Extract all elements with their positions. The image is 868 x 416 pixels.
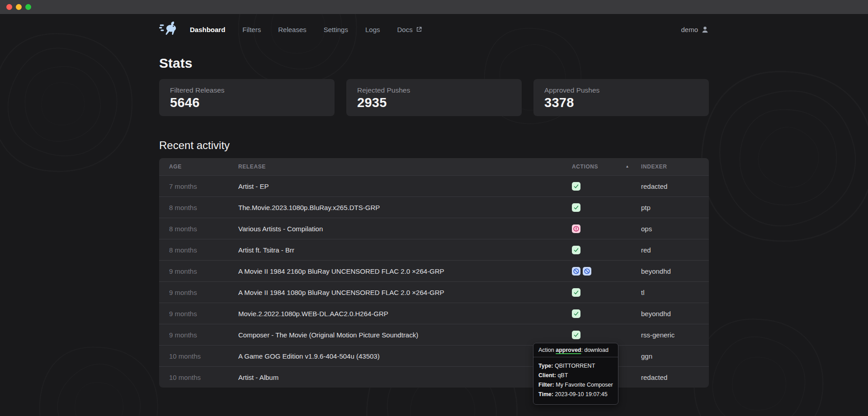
indexer-cell: ggn — [641, 352, 699, 360]
nav-item-docs[interactable]: Docs — [397, 26, 422, 33]
stat-card-approved-pushes: Approved Pushes 3378 — [533, 79, 709, 116]
age-cell: 7 months — [169, 182, 238, 190]
nav-label-dashboard: Dashboard — [190, 26, 225, 33]
release-cell: Various Artists - Compilation — [238, 225, 572, 233]
tooltip-field-label: Time: — [538, 391, 553, 397]
stats-cards: Filtered Releases 5646 Rejected Pushes 2… — [159, 79, 709, 116]
approved-check-icon[interactable] — [572, 182, 580, 191]
age-cell: 9 months — [169, 331, 238, 339]
blocked-icon[interactable] — [583, 267, 591, 276]
release-cell: Composer - The Movie (Original Motion Pi… — [238, 331, 572, 339]
indexer-cell: redacted — [641, 182, 699, 190]
tooltip-action-rest: : download — [581, 347, 609, 353]
release-cell: Artist - Album — [238, 374, 572, 381]
actions-cell — [572, 331, 641, 339]
stat-value: 2935 — [357, 95, 511, 110]
tooltip-field-filter: Filter: My Favorite Composer — [538, 381, 613, 389]
indexer-cell: beyondhd — [641, 267, 699, 275]
external-link-icon — [416, 26, 422, 33]
table-row: 9 months Composer - The Movie (Original … — [159, 324, 709, 345]
indexer-cell: ops — [641, 225, 699, 233]
nav-item-filters[interactable]: Filters — [242, 26, 261, 33]
tooltip-field-value: qBT — [557, 372, 568, 379]
indexer-cell: rss-generic — [641, 331, 699, 339]
fullscreen-window-button[interactable] — [25, 4, 31, 10]
release-cell: Artist - EP — [238, 182, 572, 190]
age-cell: 10 months — [169, 374, 238, 381]
column-header-indexer[interactable]: INDEXER — [641, 164, 699, 170]
tooltip-field-value: My Favorite Composer — [556, 382, 613, 388]
age-cell: 8 months — [169, 225, 238, 233]
table-row: 7 months Artist - EP redacted — [159, 175, 709, 196]
sort-ascending-icon[interactable]: ▲ — [625, 165, 629, 168]
tooltip-field-type: Type: QBITTORRENT — [538, 362, 613, 370]
blocked-icon[interactable] — [572, 267, 580, 276]
tooltip-action-prefix: Action — [538, 347, 554, 353]
actions-cell — [572, 203, 641, 212]
stats-heading: Stats — [159, 55, 709, 71]
approved-check-icon[interactable] — [572, 331, 580, 339]
table-row: 8 months Various Artists - Compilation o… — [159, 218, 709, 239]
age-cell: 9 months — [169, 310, 238, 318]
approved-check-icon[interactable] — [572, 288, 580, 297]
stat-card-filtered-releases: Filtered Releases 5646 — [159, 79, 335, 116]
page-background: Dashboard Filters Releases Settings Logs… — [0, 14, 868, 416]
actions-cell — [572, 267, 641, 276]
age-cell: 9 months — [169, 289, 238, 296]
user-icon — [701, 26, 709, 33]
tooltip-field-value: 2023-09-10 19:07:45 — [555, 391, 608, 397]
actions-header-label: ACTIONS — [572, 164, 598, 170]
recent-activity-table: AGE RELEASE ACTIONS ▲ INDEXER 7 months A… — [159, 158, 709, 388]
minimize-window-button[interactable] — [16, 4, 22, 10]
column-header-release[interactable]: RELEASE — [238, 164, 572, 170]
tooltip-header: Action approved: download — [533, 343, 618, 357]
nav-label-filters: Filters — [242, 26, 261, 33]
table-row: 9 months A Movie II 1984 2160p BluRay UN… — [159, 260, 709, 281]
actions-cell — [572, 182, 641, 191]
nav-item-dashboard[interactable]: Dashboard — [190, 26, 225, 33]
nav-item-settings[interactable]: Settings — [324, 26, 348, 33]
action-tooltip: Action approved: download Type: QBITTORR… — [533, 343, 618, 405]
nav-label-releases: Releases — [278, 26, 307, 33]
approved-check-icon[interactable] — [572, 309, 580, 318]
stat-label: Filtered Releases — [170, 86, 324, 94]
username-label: demo — [681, 26, 698, 33]
release-cell: A Game GOG Edition v1.9.6-404-504u (4350… — [238, 352, 572, 360]
tooltip-field-client: Client: qBT — [538, 372, 613, 379]
age-cell: 10 months — [169, 352, 238, 360]
age-cell: 8 months — [169, 246, 238, 254]
actions-cell — [572, 224, 641, 233]
nav-item-logs[interactable]: Logs — [365, 26, 380, 33]
stat-value: 3378 — [544, 95, 698, 110]
nav-item-releases[interactable]: Releases — [278, 26, 307, 33]
approved-check-icon[interactable] — [572, 203, 580, 212]
nav-label-logs: Logs — [365, 26, 380, 33]
indexer-cell: redacted — [641, 374, 699, 381]
release-cell: A Movie II 1984 1080p BluRay UNCENSORED … — [238, 289, 572, 296]
age-cell: 9 months — [169, 267, 238, 275]
autobrr-logo[interactable] — [159, 21, 178, 38]
close-window-button[interactable] — [6, 4, 12, 10]
indexer-cell: red — [641, 246, 699, 254]
actions-cell — [572, 288, 641, 297]
nav-label-docs: Docs — [397, 26, 412, 33]
main-navigation: Dashboard Filters Releases Settings Logs… — [159, 14, 709, 45]
indexer-cell: ptp — [641, 204, 699, 211]
user-menu[interactable]: demo — [681, 26, 709, 33]
rejected-alert-icon[interactable] — [572, 224, 580, 233]
table-row: 8 months The.Movie.2023.1080p.BluRay.x26… — [159, 196, 709, 218]
tooltip-action-status: approved — [556, 347, 581, 353]
column-header-actions[interactable]: ACTIONS ▲ — [572, 164, 641, 170]
indexer-cell: beyondhd — [641, 310, 699, 318]
tooltip-field-label: Client: — [538, 372, 556, 379]
table-row: 10 months Artist - Album redacted — [159, 366, 709, 388]
actions-cell — [572, 246, 641, 254]
tooltip-field-value: QBITTORRENT — [555, 363, 595, 369]
approved-check-icon[interactable] — [572, 246, 580, 254]
age-cell: 8 months — [169, 204, 238, 211]
table-row: 10 months A Game GOG Edition v1.9.6-404-… — [159, 345, 709, 366]
actions-cell — [572, 309, 641, 318]
table-header-row: AGE RELEASE ACTIONS ▲ INDEXER — [159, 158, 709, 175]
column-header-age[interactable]: AGE — [169, 164, 238, 170]
tooltip-field-time: Time: 2023-09-10 19:07:45 — [538, 391, 613, 398]
